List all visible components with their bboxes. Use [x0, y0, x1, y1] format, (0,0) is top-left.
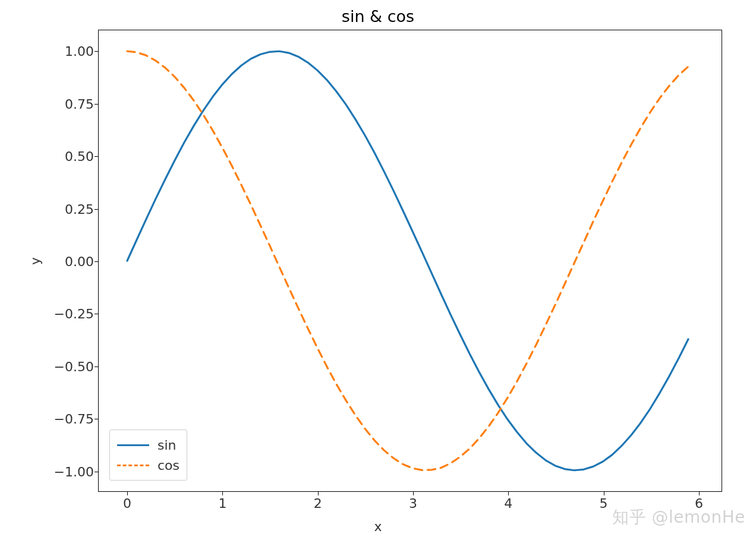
chart-title: sin & cos: [0, 7, 756, 26]
x-tick-label: 3: [409, 496, 417, 511]
x-tick-label: 2: [314, 496, 322, 511]
x-tick-mark: [222, 491, 223, 495]
chart-lines: [99, 30, 722, 491]
watermark-text: 知乎 @lemonHe: [612, 506, 745, 529]
y-tick-label: −0.75: [54, 412, 94, 427]
y-tick-mark: [94, 472, 99, 472]
legend-entry-cos: cos: [117, 455, 179, 475]
legend-line-icon: [117, 465, 149, 466]
y-tick-mark: [94, 314, 99, 314]
x-tick-mark: [127, 491, 128, 495]
y-tick-mark: [94, 104, 99, 105]
y-tick-label: 0.00: [65, 254, 94, 269]
y-tick-label: 0.75: [65, 96, 94, 111]
legend-label: cos: [158, 458, 179, 473]
y-axis-label: y: [28, 257, 43, 265]
x-tick-label: 5: [600, 496, 608, 511]
x-tick-mark: [699, 491, 700, 495]
y-tick-mark: [94, 209, 99, 210]
y-tick-label: −1.00: [54, 464, 94, 479]
legend-line-icon: [117, 444, 149, 446]
y-tick-label: 0.25: [65, 201, 94, 216]
y-tick-mark: [94, 419, 99, 419]
y-tick-mark: [94, 367, 99, 367]
x-tick-mark: [508, 491, 509, 495]
y-tick-mark: [94, 156, 99, 157]
y-tick-mark: [94, 51, 99, 52]
legend-entry-sin: sin: [117, 435, 179, 455]
plot-area: sincos 0123456−1.00−0.75−0.50−0.250.000.…: [98, 30, 722, 492]
x-tick-mark: [413, 491, 414, 495]
x-tick-label: 0: [123, 496, 131, 511]
x-tick-label: 1: [218, 496, 226, 511]
y-tick-label: 1.00: [65, 44, 94, 59]
x-tick-label: 4: [504, 496, 512, 511]
chart-figure: sin & cos sincos 0123456−1.00−0.75−0.50−…: [0, 0, 756, 556]
y-tick-label: −0.25: [54, 307, 94, 321]
legend-label: sin: [158, 438, 177, 453]
y-tick-label: −0.50: [54, 359, 94, 374]
series-cos: [127, 51, 688, 470]
x-tick-mark: [604, 491, 604, 495]
series-sin: [127, 51, 688, 470]
x-tick-mark: [318, 491, 319, 495]
legend: sincos: [109, 429, 187, 481]
y-tick-mark: [94, 261, 99, 262]
y-tick-label: 0.50: [65, 149, 94, 164]
